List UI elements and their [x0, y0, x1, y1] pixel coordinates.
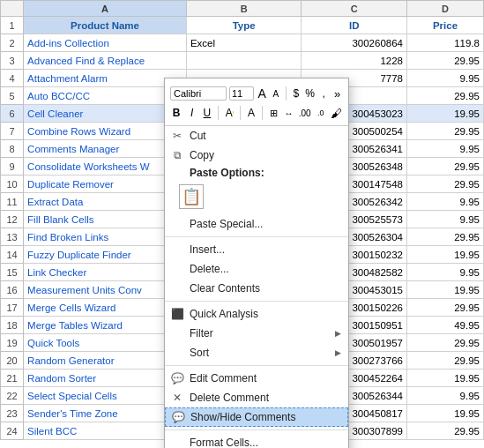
- menu-item-delete-comment[interactable]: ✕Delete Comment: [165, 388, 348, 407]
- menu-item-copy[interactable]: ⧉Copy: [165, 146, 348, 165]
- cell-a[interactable]: Merge Cells Wizard: [24, 299, 187, 317]
- percent-btn[interactable]: %: [304, 85, 316, 102]
- menu-item-paste-special[interactable]: Paste Special...: [165, 214, 348, 234]
- cell-d[interactable]: 29.95: [406, 52, 483, 70]
- cell-d[interactable]: 19.95: [406, 246, 483, 264]
- cell-a[interactable]: Silent BCC: [24, 422, 187, 440]
- cell-c[interactable]: ID: [302, 17, 407, 34]
- menu-item-edit-comment[interactable]: 💬Edit Comment: [165, 369, 348, 388]
- cell-b[interactable]: [186, 52, 301, 70]
- col-header-c[interactable]: C: [302, 1, 407, 17]
- cell-d[interactable]: 9.95: [406, 264, 483, 281]
- cell-a[interactable]: Random Sorter: [24, 370, 187, 387]
- mini-toolbar: A A $ % , » B I U A A ⊞ ↔ .00 .0 🖌: [165, 81, 348, 126]
- cell-d[interactable]: 29.95: [406, 299, 483, 317]
- cell-a[interactable]: Add-ins Collection: [24, 34, 187, 52]
- decrease-decimal-btn[interactable]: .0: [315, 104, 327, 122]
- row-number: 10: [1, 175, 24, 193]
- cell-d[interactable]: 19.95: [406, 405, 483, 422]
- cell-a[interactable]: Cell Cleaner: [24, 105, 187, 123]
- cell-d[interactable]: 19.95: [406, 281, 483, 299]
- table-row[interactable]: 2Add-ins CollectionExcel300260864119.8: [1, 34, 484, 52]
- paste-icon-button[interactable]: 📋: [179, 184, 204, 209]
- currency-btn[interactable]: $: [291, 85, 302, 102]
- cell-a[interactable]: Advanced Find & Replace: [24, 52, 187, 70]
- cell-d[interactable]: 9.95: [406, 70, 483, 87]
- cell-d[interactable]: 29.95: [406, 123, 483, 140]
- menu-item-format-cells[interactable]: Format Cells...: [165, 433, 348, 448]
- cell-d[interactable]: 19.95: [406, 370, 483, 387]
- border-btn[interactable]: ⊞: [267, 104, 279, 122]
- clear-contents-label: Clear Contents: [190, 282, 260, 295]
- menu-item-sort[interactable]: Sort: [165, 343, 348, 362]
- font-size-input[interactable]: [229, 86, 254, 101]
- cell-a[interactable]: Attachment Alarm: [24, 70, 187, 87]
- cell-d[interactable]: 49.95: [406, 317, 483, 334]
- table-row[interactable]: 3Advanced Find & Replace122829.95: [1, 52, 484, 70]
- cell-a[interactable]: Comments Manager: [24, 140, 187, 158]
- menu-separator: [165, 301, 348, 302]
- decrease-font-btn[interactable]: A: [271, 85, 282, 102]
- row-number: 6: [1, 105, 24, 123]
- cell-a[interactable]: Fuzzy Duplicate Finder: [24, 246, 187, 264]
- cell-d[interactable]: 29.95: [406, 175, 483, 193]
- format-btn[interactable]: 🖌: [330, 104, 343, 122]
- cell-d[interactable]: 29.95: [406, 228, 483, 246]
- cell-c[interactable]: 300260864: [302, 34, 407, 52]
- bold-btn[interactable]: B: [170, 104, 182, 122]
- cell-a[interactable]: Duplicate Remover: [24, 175, 187, 193]
- menu-item-delete[interactable]: Delete...: [165, 259, 348, 279]
- comma-btn[interactable]: ,: [318, 85, 330, 102]
- italic-btn[interactable]: I: [185, 104, 197, 122]
- cell-a[interactable]: Merge Tables Wizard: [24, 317, 187, 334]
- cell-d[interactable]: 9.95: [406, 140, 483, 158]
- cell-a[interactable]: Product Name: [24, 17, 187, 34]
- cell-a[interactable]: Combine Rows Wizard: [24, 123, 187, 140]
- col-header-b[interactable]: B: [186, 1, 301, 17]
- cell-a[interactable]: Extract Data: [24, 193, 187, 211]
- cell-a[interactable]: Measurement Units Conv: [24, 281, 187, 299]
- col-header-d[interactable]: D: [406, 1, 483, 17]
- cell-a[interactable]: Link Checker: [24, 264, 187, 281]
- align-btn[interactable]: .00: [298, 104, 312, 122]
- row-number: 15: [1, 264, 24, 281]
- cell-a[interactable]: Sender's Time Zone: [24, 405, 187, 422]
- cell-a[interactable]: Quick Tools: [24, 334, 187, 352]
- font-name-input[interactable]: [170, 86, 227, 101]
- cell-d[interactable]: 9.95: [406, 193, 483, 211]
- underline-btn[interactable]: U: [201, 104, 213, 122]
- cell-a[interactable]: Select Special Cells: [24, 387, 187, 405]
- cell-d[interactable]: 119.8: [406, 34, 483, 52]
- cell-d[interactable]: 29.95: [406, 87, 483, 105]
- cell-d[interactable]: 9.95: [406, 387, 483, 405]
- menu-item-insert[interactable]: Insert...: [165, 240, 348, 259]
- cell-d[interactable]: 29.95: [406, 334, 483, 352]
- cell-c[interactable]: 1228: [302, 52, 407, 70]
- menu-item-show-hide-comments[interactable]: 💬Show/Hide Comments: [165, 407, 348, 427]
- cell-a[interactable]: Auto BCC/CC: [24, 87, 187, 105]
- cell-d[interactable]: 9.95: [406, 211, 483, 228]
- cell-b[interactable]: Excel: [186, 34, 301, 52]
- cell-a[interactable]: Find Broken Links: [24, 228, 187, 246]
- menu-item-clear-contents[interactable]: Clear Contents: [165, 279, 348, 298]
- cell-d[interactable]: Price: [406, 17, 483, 34]
- cell-d[interactable]: 29.95: [406, 422, 483, 440]
- increase-font-btn[interactable]: A: [257, 85, 268, 102]
- cell-a[interactable]: Consolidate Worksheets W: [24, 158, 187, 175]
- fill-color-btn[interactable]: A: [223, 104, 235, 122]
- cell-d[interactable]: 29.95: [406, 158, 483, 175]
- menu-item-quick-analysis[interactable]: ⬛Quick Analysis: [165, 304, 348, 324]
- menu-item-cut[interactable]: ✂Cut: [165, 126, 348, 146]
- font-color-btn[interactable]: A: [245, 104, 257, 122]
- row-number: 14: [1, 246, 24, 264]
- merge-btn[interactable]: ↔: [282, 104, 294, 122]
- paint-btn[interactable]: »: [331, 85, 343, 102]
- cell-d[interactable]: 29.95: [406, 352, 483, 370]
- cell-b[interactable]: Type: [186, 17, 301, 34]
- menu-item-filter[interactable]: Filter: [165, 324, 348, 343]
- col-header-a[interactable]: A: [24, 1, 187, 17]
- cell-d[interactable]: 19.95: [406, 105, 483, 123]
- table-row[interactable]: 1Product NameTypeIDPrice: [1, 17, 484, 34]
- cell-a[interactable]: Fill Blank Cells: [24, 211, 187, 228]
- cell-a[interactable]: Random Generator: [24, 352, 187, 370]
